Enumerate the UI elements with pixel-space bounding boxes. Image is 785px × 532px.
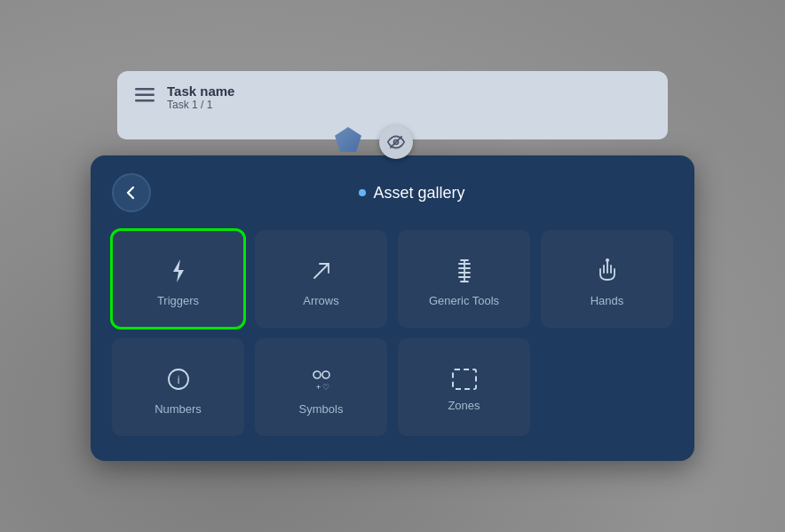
arrows-label: Arrows	[303, 294, 338, 307]
zones-label: Zones	[448, 399, 480, 412]
asset-panel: Asset gallery Triggers Arrows	[91, 155, 694, 461]
arrow-icon	[307, 257, 336, 285]
task-bar: Task name Task 1 / 1	[117, 71, 668, 123]
svg-text:♡: ♡	[322, 383, 329, 392]
lightning-icon	[164, 257, 193, 285]
asset-grid-row2: i Numbers + ♡ Symbols Zones	[112, 338, 673, 436]
grid-item-zones[interactable]: Zones	[398, 338, 530, 436]
grid-item-symbols[interactable]: + ♡ Symbols	[255, 338, 387, 436]
task-info: Task name Task 1 / 1	[167, 83, 234, 111]
grid-item-generic-tools[interactable]: Generic Tools	[398, 230, 530, 328]
eye-button[interactable]	[379, 125, 413, 159]
panel-title-text: Asset gallery	[373, 184, 464, 202]
svg-rect-2	[135, 99, 155, 102]
grid-item-triggers[interactable]: Triggers	[112, 230, 244, 328]
svg-point-16	[313, 371, 321, 378]
panel-header: Asset gallery	[112, 173, 673, 212]
grid-item-hands[interactable]: Hands	[541, 230, 673, 328]
grid-item-arrows[interactable]: Arrows	[255, 230, 387, 328]
asset-grid-row1: Triggers Arrows	[112, 230, 673, 328]
grid-item-numbers[interactable]: i Numbers	[112, 338, 244, 436]
svg-point-17	[322, 371, 329, 378]
task-sub: Task 1 / 1	[167, 99, 234, 111]
numbers-label: Numbers	[155, 402, 202, 416]
svg-text:i: i	[177, 374, 179, 386]
back-button[interactable]	[112, 173, 151, 212]
zones-icon	[452, 369, 477, 390]
svg-rect-0	[135, 88, 155, 91]
panel-title: Asset gallery	[151, 184, 673, 202]
task-name: Task name	[167, 83, 234, 99]
generic-tools-label: Generic Tools	[429, 294, 499, 307]
menu-icon	[135, 88, 155, 107]
hands-label: Hands	[591, 294, 624, 307]
svg-point-13	[606, 258, 609, 262]
svg-rect-1	[135, 94, 155, 97]
numbers-icon: i	[164, 365, 193, 393]
svg-text:+: +	[316, 383, 321, 392]
connector-row	[117, 123, 668, 155]
triggers-label: Triggers	[157, 294, 199, 307]
symbols-icon: + ♡	[307, 365, 336, 393]
hand-icon	[593, 257, 622, 285]
symbols-label: Symbols	[299, 402, 344, 416]
svg-line-5	[314, 264, 329, 278]
title-dot	[359, 189, 366, 196]
tools-icon	[450, 257, 479, 285]
